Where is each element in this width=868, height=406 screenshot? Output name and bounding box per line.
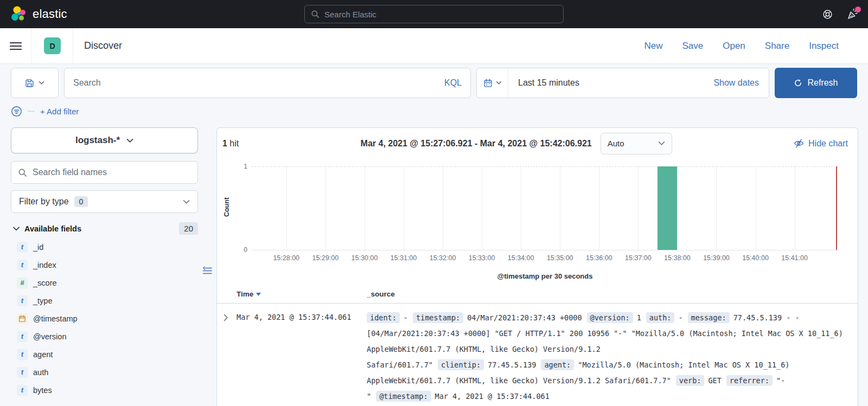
source-field-key: clientip: — [438, 359, 484, 370]
chart-x-tick: 15:29:00 — [312, 254, 339, 262]
query-input-box[interactable]: KQL — [64, 68, 471, 98]
field-type-number-icon: # — [17, 278, 28, 288]
histogram-bar[interactable] — [658, 166, 677, 250]
source-field-key: referrer: — [726, 375, 773, 386]
time-column-header[interactable]: Time — [237, 290, 253, 298]
header-actions: NewSaveOpenShareInspect — [644, 41, 839, 51]
field-type-string-icon: t — [17, 295, 28, 306]
chevron-down-icon — [496, 81, 502, 85]
field-name: _type — [33, 297, 52, 305]
global-search-box[interactable] — [304, 5, 564, 23]
available-fields-header[interactable]: Available fields 20 — [11, 222, 198, 235]
field-search-input[interactable] — [33, 167, 191, 177]
field-item-@timestamp[interactable]: @timestamp — [11, 313, 198, 324]
field-item-_id[interactable]: t_id — [11, 241, 198, 253]
calendar-icon — [483, 79, 493, 88]
field-type-string-icon: t — [17, 349, 28, 360]
field-name: bytes — [33, 386, 52, 395]
field-name: auth — [33, 368, 48, 377]
notification-dot — [855, 7, 861, 12]
chart-gridline — [482, 166, 482, 250]
field-item-bytes[interactable]: tbytes — [11, 384, 198, 396]
menu-left-icon — [202, 267, 212, 275]
filter-by-type-button[interactable]: Filter by type 0 — [11, 190, 198, 213]
date-quick-menu-button[interactable] — [477, 68, 508, 98]
date-picker: Last 15 minutes Show dates — [476, 68, 769, 98]
query-input[interactable] — [73, 78, 438, 88]
hide-chart-button[interactable]: Hide chart — [794, 139, 848, 149]
filter-menu-button[interactable] — [11, 106, 22, 117]
help-menu-button[interactable] — [822, 9, 833, 20]
help-icon — [822, 9, 833, 20]
action-share-button[interactable]: Share — [765, 41, 789, 51]
time-range-display[interactable]: Last 15 minutes — [508, 78, 579, 88]
refresh-icon — [794, 79, 802, 87]
field-type-string-icon: t — [17, 260, 28, 270]
chart-x-tick: 15:31:00 — [391, 254, 417, 262]
chart-x-axis-title: @timestamp per 30 seconds — [252, 272, 838, 280]
action-new-button[interactable]: New — [644, 41, 662, 51]
row-time: Mar 4, 2021 @ 15:37:44.061 — [237, 310, 367, 404]
field-item-agent[interactable]: tagent — [11, 349, 198, 360]
chart-time-range: Mar 4, 2021 @ 15:27:06.921 - Mar 4, 2021… — [361, 139, 592, 149]
index-pattern-switcher[interactable]: logstash-* — [11, 127, 198, 153]
available-fields-label: Available fields — [24, 224, 81, 233]
chart-gridline — [599, 166, 599, 250]
chart-gridline — [286, 166, 287, 250]
chart-y-tick: 1 — [226, 163, 247, 170]
brand-name: elastic — [33, 7, 67, 21]
chart-gridline — [756, 166, 756, 250]
field-type-string-icon: t — [17, 385, 28, 396]
field-type-string-icon: t — [17, 367, 28, 378]
discover-app-badge[interactable]: D — [44, 37, 61, 54]
saved-query-button[interactable] — [11, 68, 59, 98]
source-field-key: agent: — [541, 359, 574, 370]
app-nav-bar: D Discover NewSaveOpenShareInspect — [0, 28, 868, 64]
chart-x-tick: 15:39:00 — [703, 254, 730, 262]
table-row: Mar 4, 2021 @ 15:37:44.061ident:-timesta… — [217, 304, 858, 404]
sort-descending-icon[interactable] — [256, 293, 261, 296]
field-item-_type[interactable]: t_type — [11, 295, 198, 306]
field-name: @timestamp — [33, 314, 78, 323]
field-item-@version[interactable]: t@version — [11, 331, 198, 342]
action-inspect-button[interactable]: Inspect — [809, 41, 839, 51]
page-title: Discover — [84, 40, 122, 51]
filter-circle-icon — [11, 106, 22, 117]
current-time-marker — [836, 166, 837, 250]
hit-count-value: 1 — [222, 139, 227, 148]
chart-gridline — [326, 166, 326, 250]
field-item-auth[interactable]: tauth — [11, 366, 198, 378]
field-search-box[interactable] — [11, 161, 198, 184]
elastic-brand[interactable]: elastic — [10, 5, 67, 23]
query-language-button[interactable]: KQL — [438, 78, 462, 88]
field-name: _index — [33, 261, 56, 269]
add-filter-button[interactable]: + Add filter — [40, 107, 79, 116]
chevron-down-icon — [13, 227, 20, 231]
doc-table-header: Time _source — [217, 286, 858, 304]
action-open-button[interactable]: Open — [723, 41, 745, 51]
show-dates-button[interactable]: Show dates — [713, 78, 769, 88]
global-search-input[interactable] — [324, 10, 557, 19]
elastic-logo-icon — [10, 5, 27, 23]
source-field-key: @version: — [587, 312, 633, 323]
divider — [31, 28, 32, 63]
hit-count-unit: hit — [229, 139, 239, 148]
available-fields-count-badge: 20 — [179, 222, 198, 235]
filter-bar: + Add filter — [0, 102, 868, 124]
field-item-_index[interactable]: t_index — [11, 259, 198, 270]
action-save-button[interactable]: Save — [682, 41, 703, 51]
chart-x-tick: 15:41:00 — [781, 254, 808, 262]
chart-gridline — [560, 166, 560, 250]
expand-row-button[interactable] — [217, 310, 237, 404]
interval-select[interactable]: Auto — [601, 133, 672, 154]
collapse-sidebar-button[interactable] — [202, 132, 212, 406]
refresh-button[interactable]: Refresh — [775, 68, 857, 98]
newsfeed-button[interactable] — [847, 9, 858, 20]
chart-gridline — [365, 166, 365, 250]
field-item-_score[interactable]: #_score — [11, 277, 198, 288]
chart-gridline — [716, 166, 717, 250]
hamburger-icon — [10, 42, 22, 50]
chart-x-tick: 15:33:00 — [469, 254, 495, 262]
chart-x-tick: 15:37:00 — [625, 254, 652, 262]
main-menu-button[interactable] — [0, 28, 31, 63]
